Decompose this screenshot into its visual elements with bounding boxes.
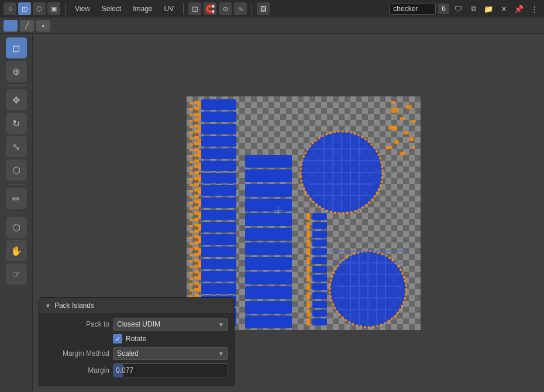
sel-edge-btn[interactable]: ╱ — [20, 20, 34, 32]
image-type-icon[interactable]: 🖼 — [257, 2, 270, 15]
divider-3 — [252, 3, 252, 15]
pack-to-label: Pack to — [45, 320, 109, 328]
svg-rect-123 — [245, 213, 292, 226]
svg-rect-22 — [190, 202, 193, 204]
svg-rect-68 — [194, 247, 199, 250]
more-icon[interactable]: ⋮ — [528, 2, 540, 15]
svg-rect-158 — [388, 126, 397, 130]
tool-hand[interactable]: ✋ — [6, 240, 27, 261]
svg-rect-72 — [194, 270, 199, 273]
collapse-icon: ▼ — [45, 303, 51, 309]
tool-grab[interactable]: ⬡ — [6, 217, 27, 238]
icon-btn-uv-editor[interactable]: ◫ — [18, 2, 31, 15]
svg-rect-93 — [201, 234, 236, 245]
pack-panel-body: Pack to Closest UDIM ▼ ✓ Rotate Margin M… — [39, 313, 234, 386]
svg-rect-193 — [312, 318, 327, 325]
svg-rect-157 — [400, 117, 405, 120]
copy-icon[interactable]: ⧉ — [467, 2, 480, 15]
svg-rect-6 — [190, 108, 193, 110]
svg-rect-14 — [190, 155, 193, 157]
tool-cursor[interactable]: ⊕ — [6, 61, 27, 82]
svg-rect-12 — [190, 143, 193, 145]
svg-rect-172 — [307, 248, 310, 255]
menu-select[interactable]: Select — [97, 3, 126, 15]
svg-rect-46 — [194, 119, 199, 122]
svg-rect-176 — [307, 283, 310, 290]
svg-rect-112 — [198, 236, 201, 243]
margin-method-select[interactable]: Scaled ▼ — [113, 347, 228, 360]
svg-rect-5 — [190, 102, 193, 105]
shield-icon[interactable]: 🛡 — [452, 2, 464, 15]
svg-rect-104 — [198, 138, 201, 145]
menu-view[interactable]: View — [70, 3, 95, 15]
pack-to-select[interactable]: Closest UDIM ▼ — [113, 318, 228, 331]
svg-rect-73 — [194, 276, 199, 279]
svg-rect-180 — [307, 318, 310, 325]
pivot-icon[interactable]: ⊡ — [188, 2, 201, 15]
svg-rect-56 — [194, 177, 199, 180]
secondary-toolbar: · ╱ ▪ — [0, 18, 544, 34]
tool-scale[interactable]: ⤡ — [6, 136, 27, 157]
texture-name-input[interactable] — [389, 3, 436, 15]
svg-rect-34 — [190, 272, 193, 274]
svg-rect-37 — [190, 289, 193, 292]
svg-rect-59 — [194, 195, 199, 197]
snap-icon[interactable]: 🧲 — [204, 2, 216, 15]
margin-input[interactable]: 0.077 — [113, 363, 228, 377]
svg-rect-17 — [190, 172, 193, 175]
menu-uv[interactable]: UV — [160, 3, 179, 15]
sel-vert-btn[interactable]: · — [4, 20, 18, 32]
rotate-checkbox[interactable]: ✓ — [113, 334, 122, 344]
svg-rect-82 — [201, 99, 236, 110]
svg-rect-165 — [412, 120, 416, 123]
margin-row: Margin 0.077 — [45, 363, 228, 377]
svg-rect-44 — [194, 107, 199, 110]
proportional-icon[interactable]: ⊙ — [219, 2, 232, 15]
tool-rotate[interactable]: ↻ — [6, 113, 27, 134]
svg-rect-95 — [201, 259, 236, 269]
svg-rect-49 — [194, 136, 199, 139]
pack-panel-header[interactable]: ▼ Pack Islands — [39, 298, 234, 313]
svg-rect-169 — [307, 222, 310, 229]
icon-btn-crosshair[interactable]: ⊹ — [4, 2, 16, 15]
svg-rect-11 — [190, 137, 193, 140]
svg-rect-190 — [312, 292, 327, 299]
tool-transform[interactable]: ⬡ — [6, 159, 27, 181]
svg-rect-74 — [194, 282, 199, 285]
svg-rect-130 — [245, 315, 292, 328]
svg-rect-177 — [307, 292, 310, 299]
tool-grab2[interactable]: ☞ — [6, 263, 27, 285]
svg-rect-114 — [198, 261, 201, 268]
svg-rect-84 — [201, 124, 236, 134]
rotate-label: Rotate — [126, 335, 146, 343]
svg-rect-52 — [194, 154, 199, 157]
svg-rect-124 — [245, 228, 292, 241]
tool-select[interactable]: ◻ — [6, 37, 27, 58]
tool-move[interactable]: ✥ — [6, 89, 27, 110]
svg-rect-38 — [190, 295, 193, 297]
svg-rect-120 — [245, 169, 292, 182]
svg-rect-36 — [190, 283, 193, 286]
header-right: 6 🛡 ⧉ 📁 ✕ 📌 ⋮ — [389, 2, 540, 15]
sel-face-btn[interactable]: ▪ — [36, 20, 50, 32]
svg-rect-128 — [245, 286, 292, 299]
svg-rect-50 — [194, 142, 199, 145]
tool-annotate[interactable]: ✏ — [6, 188, 27, 209]
pack-to-row: Pack to Closest UDIM ▼ — [45, 318, 228, 331]
menu-image[interactable]: Image — [128, 3, 157, 15]
close-icon[interactable]: ✕ — [497, 2, 510, 15]
svg-rect-15 — [190, 161, 193, 163]
svg-rect-116 — [198, 285, 201, 292]
svg-rect-107 — [198, 175, 201, 182]
pin-icon[interactable]: 📌 — [512, 2, 525, 15]
svg-rect-106 — [198, 162, 201, 169]
uv-viewport[interactable]: ▼ Pack Islands Pack to Closest UDIM ▼ ✓ … — [33, 34, 544, 392]
svg-rect-110 — [198, 211, 201, 218]
svg-rect-185 — [312, 248, 327, 255]
svg-rect-10 — [190, 131, 193, 134]
svg-rect-174 — [307, 266, 310, 273]
icon-btn-node[interactable]: ⬡ — [33, 2, 46, 15]
wave-icon[interactable]: ∿ — [234, 2, 247, 15]
icon-btn-texture[interactable]: ▣ — [47, 2, 60, 15]
folder-icon[interactable]: 📁 — [482, 2, 495, 15]
